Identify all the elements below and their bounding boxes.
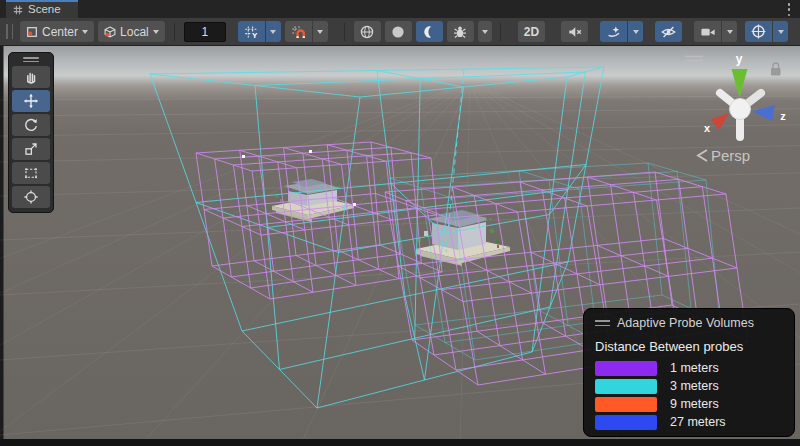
toolbar-separator [174, 23, 175, 41]
pivot-square-icon [26, 26, 38, 38]
legend-swatch [595, 361, 657, 376]
legend-row-label: 27 meters [670, 415, 726, 429]
camera-icon [700, 24, 716, 40]
eye-slash-icon [660, 24, 677, 40]
camera-dropdown[interactable] [722, 21, 737, 42]
bug-icon [452, 24, 468, 40]
moon-icon [421, 24, 437, 40]
projection-label: Persp [711, 147, 750, 164]
camera-split-button [694, 21, 737, 42]
legend-rows: 1 meters 3 meters 9 meters 27 meters [595, 361, 783, 430]
scale-tool-button[interactable] [12, 138, 50, 160]
scene-toolbar: Center Local Y [0, 18, 800, 46]
legend-swatch [595, 415, 657, 430]
legend-row-label: 3 meters [670, 379, 719, 393]
legend-row: 1 meters [595, 361, 783, 376]
magnet-snap-dropdown[interactable] [313, 21, 328, 42]
grid-snap-split-button: Y [238, 21, 281, 42]
effects-split-button [600, 21, 643, 42]
gizmos-button[interactable] [745, 21, 772, 42]
view-drag-handle[interactable] [685, 57, 703, 61]
debug-dropdown[interactable] [478, 21, 492, 42]
toolbar-separator [344, 23, 345, 41]
effects-icon [606, 24, 622, 40]
legend-subtitle: Distance Between probes [595, 339, 783, 354]
palette-drag-handle[interactable] [12, 56, 50, 64]
toolbar-separator [500, 23, 501, 41]
chevron-down-icon [153, 30, 159, 34]
orientation-gizmo[interactable]: y x z Persp [668, 46, 800, 176]
legend-row: 3 meters [595, 379, 783, 394]
view-2d-button[interactable]: 2D [518, 21, 545, 42]
magnet-snap-split-button [285, 21, 328, 42]
legend-row: 9 meters [595, 397, 783, 412]
axis-x-label: x [704, 122, 711, 134]
handle-orientation-button[interactable]: Local [98, 21, 165, 42]
gizmos-dropdown[interactable] [773, 21, 788, 42]
transform-tool-button[interactable] [12, 186, 50, 208]
tab-scene[interactable]: Scene [6, 0, 78, 18]
adaptive-probe-volumes-panel: Adaptive Probe Volumes Distance Between … [583, 308, 795, 437]
gizmo-crosshair-icon [750, 23, 767, 40]
legend-swatch [595, 379, 657, 394]
shaded-sphere-icon [359, 24, 375, 40]
legend-drag-handle[interactable] [595, 320, 610, 326]
lock-icon[interactable] [771, 63, 781, 76]
gizmos-split-button [745, 21, 788, 42]
scene-visibility-button[interactable] [655, 21, 682, 42]
chevron-down-icon [82, 30, 88, 34]
legend-row: 27 meters [595, 415, 783, 430]
snap-increment-input[interactable] [184, 22, 226, 42]
scale-icon [23, 141, 39, 157]
grid-snap-y-icon: Y [244, 25, 259, 39]
view-2d-label: 2D [524, 25, 539, 39]
gizmo-z-axis-cone[interactable] [752, 105, 775, 121]
cube-icon [104, 26, 116, 38]
handle-orientation-label: Local [120, 25, 149, 39]
magnet-snap-button[interactable] [285, 21, 312, 42]
gizmo-hub[interactable] [730, 99, 751, 120]
scene-viewport[interactable]: y x z Persp Adaptive Probe Volumes Dista… [0, 46, 800, 439]
scene-view-window: Scene Center Local [0, 0, 800, 446]
move-icon [23, 93, 39, 109]
filled-circle-icon [390, 24, 406, 40]
axis-y-label: y [736, 52, 743, 66]
viewport-left-edge [0, 46, 4, 439]
hand-icon [23, 69, 39, 85]
camera-button[interactable] [694, 21, 721, 42]
legend-row-label: 9 meters [670, 397, 719, 411]
magnet-snap-icon [291, 25, 306, 39]
tab-title: Scene [28, 4, 61, 16]
pivot-mode-button[interactable]: Center [20, 21, 94, 42]
debug-button[interactable] [447, 21, 474, 42]
toolbar-drag-handle[interactable] [6, 24, 13, 39]
scene-lighting-button[interactable] [416, 21, 443, 42]
effects-toggle-button[interactable] [600, 21, 627, 42]
transform-icon [23, 189, 39, 205]
svg-text:Y: Y [252, 31, 258, 39]
rect-dashed-icon [23, 165, 39, 181]
kebab-menu-icon[interactable] [787, 3, 791, 16]
audio-muted-icon [567, 24, 583, 40]
grid-icon [13, 5, 23, 15]
audio-toggle-button[interactable] [561, 21, 588, 42]
tool-palette [8, 52, 54, 213]
tab-bar: Scene [0, 0, 800, 18]
pivot-mode-label: Center [42, 25, 78, 39]
bottom-strip [0, 439, 800, 446]
shading-mode-button[interactable] [354, 21, 381, 42]
gizmo-y-axis-cone[interactable] [732, 69, 748, 98]
hand-tool-button[interactable] [12, 66, 50, 88]
gizmo-x-axis-cone[interactable] [711, 113, 729, 130]
move-tool-button[interactable] [12, 90, 50, 112]
legend-title: Adaptive Probe Volumes [617, 316, 754, 330]
grid-snap-dropdown[interactable] [266, 21, 281, 42]
grid-snap-button[interactable]: Y [238, 21, 265, 42]
effects-dropdown[interactable] [628, 21, 643, 42]
lighting-toggle-button[interactable] [385, 21, 412, 42]
rotate-tool-button[interactable] [12, 114, 50, 136]
projection-toggle[interactable]: Persp [698, 147, 750, 164]
rotate-icon [23, 117, 39, 133]
rect-tool-button[interactable] [12, 162, 50, 184]
legend-row-label: 1 meters [670, 361, 719, 375]
